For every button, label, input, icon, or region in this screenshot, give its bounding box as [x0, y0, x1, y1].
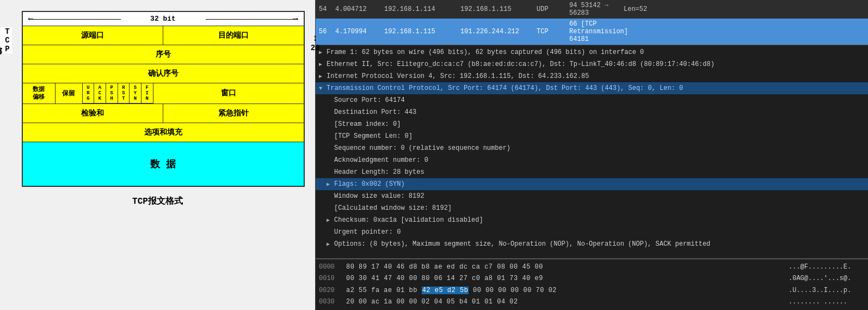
page-title: TCP报文格式 — [132, 196, 183, 207]
expand-icon-ip: ▶ — [319, 72, 327, 81]
detail-stream-text: [Stream index: 0] — [334, 119, 401, 129]
detail-urgent-text: Urgent pointer: 0 — [334, 227, 401, 237]
expand-icon-tcp: ▼ — [319, 84, 327, 93]
detail-checksum[interactable]: ▶ Checksum: 0xac1a [validation disabled] — [316, 214, 868, 226]
packet-row-56[interactable]: 56 4.170994 192.168.1.115 101.226.244.21… — [316, 19, 868, 45]
expand-icon-frame: ▶ — [319, 48, 327, 57]
hex-bytes-0000: 80 89 17 40 46 d8 b8 ae ed dc ca c7 08 0… — [346, 262, 789, 272]
hex-row-0030: 0030 20 00 ac 1a 00 00 02 04 05 b4 01 01… — [319, 296, 865, 308]
detail-seq-num-text: Sequence number: 0 (relative sequence nu… — [334, 143, 510, 153]
detail-ethernet-text: Ethernet II, Src: Elitegro_dc:ca:c7 (b8:… — [327, 59, 715, 69]
bit-header: ← 32 bit → — [23, 12, 304, 26]
hex-panel: 0000 80 89 17 40 46 d8 b8 ae ed dc ca c7… — [316, 259, 868, 310]
bit-label: 32 bit — [150, 15, 176, 23]
tcp-row-data: 数 据 — [23, 142, 304, 186]
detail-dst-port[interactable]: Destination Port: 443 — [316, 106, 868, 118]
left-panel: TCP 首部 ← 32 bit → 源端口 目的端口 序号 确认序号 — [0, 0, 316, 310]
packet-row-54[interactable]: 54 4.004712 192.168.1.114 192.168.1.115 … — [316, 0, 868, 19]
detail-src-port-text: Source Port: 64174 — [334, 95, 405, 105]
hex-row-0010: 0010 00 30 41 47 40 00 80 06 14 27 c0 a8… — [319, 273, 865, 284]
pkt54-len: 94 53142 → 56283 — [569, 2, 624, 17]
detail-flags[interactable]: ▶ Flags: 0x002 (SYN) — [316, 178, 868, 190]
hex-bytes-0030: 20 00 ac 1a 00 00 02 04 05 b4 01 01 04 0… — [346, 297, 789, 307]
detail-seg-len[interactable]: [TCP Segment Len: 0] — [316, 130, 868, 142]
pkt56-dst: 101.226.244.212 — [460, 28, 537, 35]
detail-header-len-text: Header Length: 28 bytes — [334, 167, 424, 177]
detail-dst-port-text: Destination Port: 443 — [334, 107, 416, 117]
detail-options-text: Options: (8 bytes), Maximum segment size… — [334, 239, 710, 249]
pkt54-time: 4.004712 — [335, 5, 384, 13]
hex-row-0020: 0020 a2 55 fa ae 01 bb 42 e5 d2 5b 00 00… — [319, 285, 865, 296]
tcp-row-ackseq: 确认序号 — [23, 64, 304, 83]
detail-frame-text: Frame 1: 62 bytes on wire (496 bits), 62… — [327, 47, 644, 57]
tcp-row-flags: 数据偏移 保留 URG ACK PSH RST SYN FIN 窗口 — [23, 83, 304, 104]
detail-frame[interactable]: ▶ Frame 1: 62 bytes on wire (496 bits), … — [316, 46, 868, 58]
flag-u: URG — [83, 83, 95, 103]
hex-ascii-0000: ...@F.........E. — [789, 262, 865, 272]
detail-stream-index[interactable]: [Stream index: 0] — [316, 118, 868, 130]
detail-window-text: Window size value: 8192 — [334, 191, 424, 201]
detail-tcp-text: Transmission Control Protocol, Src Port:… — [327, 83, 683, 93]
pkt56-src: 192.168.1.115 — [384, 28, 460, 35]
tcp-row-options: 选项和填充 — [23, 123, 304, 142]
detail-ack-num[interactable]: Acknowledgment number: 0 — [316, 154, 868, 166]
seq-label: 序号 — [23, 45, 304, 64]
pkt56-len: 66 [TCP Retransmission] 64181 — [569, 20, 624, 43]
hex-highlight-0020: 42 e5 d2 5b — [422, 287, 469, 294]
dst-port-label: 目的端口 — [163, 26, 304, 45]
flag-s: SYN — [130, 83, 141, 103]
detail-seq-num[interactable]: Sequence number: 0 (relative sequence nu… — [316, 142, 868, 154]
detail-calc-window-text: [Calculated window size: 8192] — [334, 203, 452, 213]
expand-icon-chk: ▶ — [327, 216, 334, 224]
checksum-label: 检验和 — [23, 104, 164, 123]
flag-p: PSH — [106, 83, 118, 103]
pkt54-proto: UDP — [537, 5, 569, 13]
expand-icon-opts: ▶ — [327, 240, 334, 248]
data-label: 数 据 — [23, 142, 304, 186]
detail-src-port[interactable]: Source Port: 64174 — [316, 94, 868, 106]
tcp-row-checksum: 检验和 紧急指针 — [23, 104, 304, 123]
packet-table: 54 4.004712 192.168.1.114 192.168.1.115 … — [316, 0, 868, 45]
tcp-row-ports: 源端口 目的端口 — [23, 26, 304, 45]
pkt56-no: 56 — [319, 28, 335, 35]
tcp-diagram: ← 32 bit → 源端口 目的端口 序号 确认序号 数据偏移 — [22, 11, 305, 187]
tcp-diagram-wrapper: TCP 首部 ← 32 bit → 源端口 目的端口 序号 确认序号 — [22, 11, 305, 187]
pkt54-no: 54 — [319, 5, 335, 13]
detail-header-len[interactable]: Header Length: 28 bytes — [316, 166, 868, 178]
options-label: 选项和填充 — [23, 123, 304, 142]
window-label: 窗口 — [153, 83, 304, 104]
detail-tcp[interactable]: ▼ Transmission Control Protocol, Src Por… — [316, 82, 868, 94]
urgent-label: 紧急指针 — [163, 104, 304, 123]
detail-panel[interactable]: ▶ Frame 1: 62 bytes on wire (496 bits), … — [316, 45, 868, 259]
src-port-label: 源端口 — [23, 26, 164, 45]
detail-ack-num-text: Acknowledgment number: 0 — [334, 155, 428, 165]
flag-r: RST — [118, 83, 130, 103]
detail-ip[interactable]: ▶ Internet Protocol Version 4, Src: 192.… — [316, 70, 868, 82]
pkt56-time: 4.170994 — [335, 28, 384, 35]
hex-bytes-0020: a2 55 fa ae 01 bb 42 e5 d2 5b 00 00 00 0… — [346, 285, 789, 296]
expand-icon-ethernet: ▶ — [319, 60, 327, 69]
flag-a: ACK — [94, 83, 106, 103]
hex-ascii-0010: .0AG@....'...s@. — [789, 273, 865, 284]
hex-bytes-0010: 00 30 41 47 40 00 80 06 14 27 c0 a8 01 7… — [346, 273, 789, 284]
detail-window[interactable]: Window size value: 8192 — [316, 190, 868, 202]
hex-ascii-0020: .U....3..I....p. — [789, 285, 865, 296]
detail-options[interactable]: ▶ Options: (8 bytes), Maximum segment si… — [316, 238, 868, 250]
reserved-label: 保留 — [56, 83, 83, 104]
header-size-label: 20 — [311, 44, 320, 52]
data-offset-label: 数据偏移 — [23, 83, 56, 104]
hex-offset-0030: 0030 — [319, 297, 346, 307]
hex-offset-0020: 0020 — [319, 285, 346, 296]
pkt54-src: 192.168.1.114 — [384, 5, 460, 13]
pkt54-info: Len=52 — [624, 5, 865, 13]
tcp-row-seq: 序号 — [23, 45, 304, 64]
hex-ascii-0030: ........ ...... — [789, 297, 865, 307]
detail-seg-len-text: [TCP Segment Len: 0] — [334, 131, 413, 141]
detail-checksum-text: Checksum: 0xac1a [validation disabled] — [334, 215, 483, 225]
detail-calc-window[interactable]: [Calculated window size: 8192] — [316, 202, 868, 214]
detail-flags-text: Flags: 0x002 (SYN) — [334, 179, 405, 189]
right-panel: 54 4.004712 192.168.1.114 192.168.1.115 … — [316, 0, 868, 310]
detail-urgent[interactable]: Urgent pointer: 0 — [316, 226, 868, 238]
hex-offset-0000: 0000 — [319, 262, 346, 272]
detail-ethernet[interactable]: ▶ Ethernet II, Src: Elitegro_dc:ca:c7 (b… — [316, 58, 868, 70]
